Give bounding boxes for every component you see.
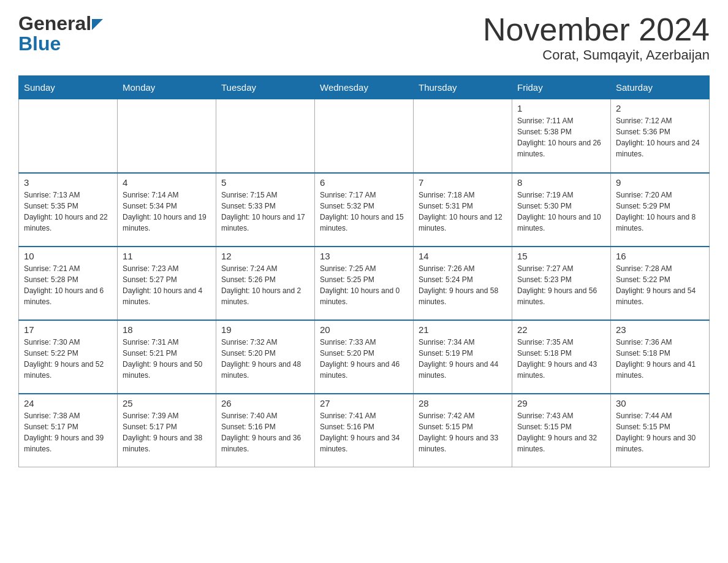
calendar-cell — [315, 99, 414, 173]
calendar-cell: 17Sunrise: 7:30 AMSunset: 5:22 PMDayligh… — [19, 320, 118, 394]
logo-arrow-icon — [92, 19, 103, 30]
page-header: General Blue November 2024 Corat, Sumqay… — [18, 12, 710, 63]
day-number: 6 — [320, 177, 408, 188]
calendar-cell: 9Sunrise: 7:20 AMSunset: 5:29 PMDaylight… — [611, 173, 710, 247]
day-number: 25 — [123, 398, 211, 408]
day-number: 30 — [616, 398, 704, 408]
day-number: 23 — [616, 324, 704, 335]
day-number: 4 — [123, 177, 211, 188]
logo-general-text: General — [18, 12, 103, 35]
day-number: 20 — [320, 324, 408, 335]
day-number: 24 — [24, 398, 112, 408]
calendar-week-row: 1Sunrise: 7:11 AMSunset: 5:38 PMDaylight… — [19, 99, 710, 173]
svg-marker-0 — [92, 19, 103, 30]
calendar-cell: 5Sunrise: 7:15 AMSunset: 5:33 PMDaylight… — [216, 173, 315, 247]
calendar-cell — [118, 99, 216, 173]
day-number: 11 — [123, 251, 211, 261]
day-info: Sunrise: 7:41 AMSunset: 5:16 PMDaylight:… — [320, 410, 408, 454]
calendar-cell: 22Sunrise: 7:35 AMSunset: 5:18 PMDayligh… — [512, 320, 611, 394]
calendar-cell: 3Sunrise: 7:13 AMSunset: 5:35 PMDaylight… — [19, 173, 118, 247]
day-number: 19 — [221, 324, 309, 335]
calendar-cell: 13Sunrise: 7:25 AMSunset: 5:25 PMDayligh… — [315, 247, 414, 320]
day-number: 9 — [616, 177, 704, 188]
day-info: Sunrise: 7:21 AMSunset: 5:28 PMDaylight:… — [24, 263, 112, 307]
day-info: Sunrise: 7:18 AMSunset: 5:31 PMDaylight:… — [419, 190, 507, 234]
day-info: Sunrise: 7:40 AMSunset: 5:16 PMDaylight:… — [221, 410, 309, 454]
day-info: Sunrise: 7:38 AMSunset: 5:17 PMDaylight:… — [24, 410, 112, 454]
day-number: 13 — [320, 251, 408, 261]
col-wednesday: Wednesday — [315, 76, 414, 99]
day-number: 22 — [517, 324, 605, 335]
calendar-cell: 29Sunrise: 7:43 AMSunset: 5:15 PMDayligh… — [512, 394, 611, 467]
calendar-title: November 2024 — [483, 12, 710, 47]
day-info: Sunrise: 7:27 AMSunset: 5:23 PMDaylight:… — [517, 263, 605, 307]
calendar-cell: 10Sunrise: 7:21 AMSunset: 5:28 PMDayligh… — [19, 247, 118, 320]
day-number: 1 — [517, 103, 605, 113]
day-info: Sunrise: 7:24 AMSunset: 5:26 PMDaylight:… — [221, 263, 309, 307]
logo-blue-word: Blue — [18, 33, 61, 55]
day-number: 7 — [419, 177, 507, 188]
calendar-cell: 19Sunrise: 7:32 AMSunset: 5:20 PMDayligh… — [216, 320, 315, 394]
day-info: Sunrise: 7:34 AMSunset: 5:19 PMDaylight:… — [419, 337, 507, 381]
day-info: Sunrise: 7:17 AMSunset: 5:32 PMDaylight:… — [320, 190, 408, 234]
day-info: Sunrise: 7:25 AMSunset: 5:25 PMDaylight:… — [320, 263, 408, 307]
col-thursday: Thursday — [414, 76, 512, 99]
calendar-cell: 15Sunrise: 7:27 AMSunset: 5:23 PMDayligh… — [512, 247, 611, 320]
calendar-cell — [414, 99, 512, 173]
calendar-week-row: 10Sunrise: 7:21 AMSunset: 5:28 PMDayligh… — [19, 247, 710, 320]
day-number: 28 — [419, 398, 507, 408]
day-info: Sunrise: 7:33 AMSunset: 5:20 PMDaylight:… — [320, 337, 408, 381]
calendar-cell: 28Sunrise: 7:42 AMSunset: 5:15 PMDayligh… — [414, 394, 512, 467]
calendar-cell: 6Sunrise: 7:17 AMSunset: 5:32 PMDaylight… — [315, 173, 414, 247]
day-number: 15 — [517, 251, 605, 261]
day-info: Sunrise: 7:28 AMSunset: 5:22 PMDaylight:… — [616, 263, 704, 307]
logo: General Blue — [18, 12, 103, 55]
day-info: Sunrise: 7:31 AMSunset: 5:21 PMDaylight:… — [123, 337, 211, 381]
day-number: 18 — [123, 324, 211, 335]
calendar-cell: 14Sunrise: 7:26 AMSunset: 5:24 PMDayligh… — [414, 247, 512, 320]
day-number: 26 — [221, 398, 309, 408]
calendar-week-row: 3Sunrise: 7:13 AMSunset: 5:35 PMDaylight… — [19, 173, 710, 247]
day-info: Sunrise: 7:23 AMSunset: 5:27 PMDaylight:… — [123, 263, 211, 307]
day-info: Sunrise: 7:13 AMSunset: 5:35 PMDaylight:… — [24, 190, 112, 234]
day-info: Sunrise: 7:44 AMSunset: 5:15 PMDaylight:… — [616, 410, 704, 454]
col-monday: Monday — [118, 76, 216, 99]
day-number: 27 — [320, 398, 408, 408]
day-number: 12 — [221, 251, 309, 261]
day-number: 17 — [24, 324, 112, 335]
calendar-week-row: 17Sunrise: 7:30 AMSunset: 5:22 PMDayligh… — [19, 320, 710, 394]
calendar-cell: 12Sunrise: 7:24 AMSunset: 5:26 PMDayligh… — [216, 247, 315, 320]
day-info: Sunrise: 7:11 AMSunset: 5:38 PMDaylight:… — [517, 115, 605, 159]
logo-general-word: General — [18, 12, 91, 35]
day-info: Sunrise: 7:43 AMSunset: 5:15 PMDaylight:… — [517, 410, 605, 454]
calendar-cell: 2Sunrise: 7:12 AMSunset: 5:36 PMDaylight… — [611, 99, 710, 173]
calendar-cell: 27Sunrise: 7:41 AMSunset: 5:16 PMDayligh… — [315, 394, 414, 467]
calendar-subtitle: Corat, Sumqayit, Azerbaijan — [483, 47, 710, 63]
day-number: 8 — [517, 177, 605, 188]
day-info: Sunrise: 7:39 AMSunset: 5:17 PMDaylight:… — [123, 410, 211, 454]
day-info: Sunrise: 7:35 AMSunset: 5:18 PMDaylight:… — [517, 337, 605, 381]
calendar-cell: 26Sunrise: 7:40 AMSunset: 5:16 PMDayligh… — [216, 394, 315, 467]
calendar-cell: 21Sunrise: 7:34 AMSunset: 5:19 PMDayligh… — [414, 320, 512, 394]
day-number: 16 — [616, 251, 704, 261]
calendar-cell: 4Sunrise: 7:14 AMSunset: 5:34 PMDaylight… — [118, 173, 216, 247]
calendar-week-row: 24Sunrise: 7:38 AMSunset: 5:17 PMDayligh… — [19, 394, 710, 467]
day-number: 3 — [24, 177, 112, 188]
calendar-header-row: Sunday Monday Tuesday Wednesday Thursday… — [19, 76, 710, 99]
calendar-cell: 20Sunrise: 7:33 AMSunset: 5:20 PMDayligh… — [315, 320, 414, 394]
calendar-cell: 7Sunrise: 7:18 AMSunset: 5:31 PMDaylight… — [414, 173, 512, 247]
day-number: 10 — [24, 251, 112, 261]
day-info: Sunrise: 7:19 AMSunset: 5:30 PMDaylight:… — [517, 190, 605, 234]
calendar-cell — [216, 99, 315, 173]
day-info: Sunrise: 7:26 AMSunset: 5:24 PMDaylight:… — [419, 263, 507, 307]
day-number: 21 — [419, 324, 507, 335]
calendar-cell: 25Sunrise: 7:39 AMSunset: 5:17 PMDayligh… — [118, 394, 216, 467]
day-info: Sunrise: 7:36 AMSunset: 5:18 PMDaylight:… — [616, 337, 704, 381]
calendar-cell: 18Sunrise: 7:31 AMSunset: 5:21 PMDayligh… — [118, 320, 216, 394]
calendar-cell: 23Sunrise: 7:36 AMSunset: 5:18 PMDayligh… — [611, 320, 710, 394]
day-info: Sunrise: 7:20 AMSunset: 5:29 PMDaylight:… — [616, 190, 704, 234]
day-number: 2 — [616, 103, 704, 113]
calendar-cell — [19, 99, 118, 173]
calendar-cell: 1Sunrise: 7:11 AMSunset: 5:38 PMDaylight… — [512, 99, 611, 173]
col-tuesday: Tuesday — [216, 76, 315, 99]
